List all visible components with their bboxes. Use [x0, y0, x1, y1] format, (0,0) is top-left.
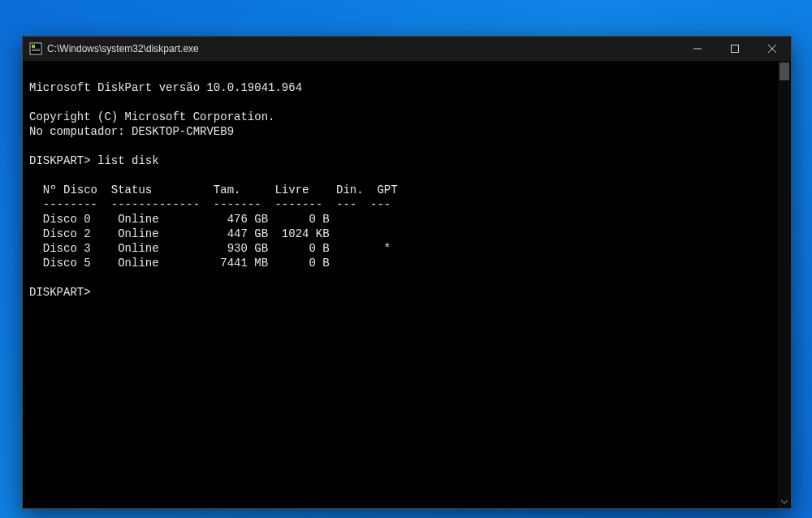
window-titlebar[interactable]: C:\Windows\system32\diskpart.exe	[23, 37, 791, 61]
svg-rect-5	[732, 45, 739, 53]
table-row: Disco 3 Online 930 GB 0 B *	[29, 242, 411, 255]
table-row: Disco 0 Online 476 GB 0 B	[29, 213, 411, 226]
console-prompt: DISKPART>	[29, 286, 91, 299]
svg-rect-4	[693, 49, 702, 50]
svg-rect-1	[32, 45, 35, 48]
scrollbar-thumb[interactable]	[780, 63, 789, 80]
maximize-button[interactable]	[716, 37, 754, 61]
table-header: Nº Disco Status Tam. Livre Din. GPT	[29, 183, 398, 196]
console-line: Copyright (C) Microsoft Corporation.	[29, 110, 274, 123]
table-row: Disco 2 Online 447 GB 1024 KB	[29, 227, 411, 240]
desktop-wallpaper: C:\Windows\system32\diskpart.exe Microso…	[0, 0, 812, 518]
console-client-area[interactable]: Microsoft DiskPart versão 10.0.19041.964…	[23, 61, 791, 508]
table-divider: -------- ------------- ------- ------- -…	[29, 198, 391, 211]
close-button[interactable]	[754, 37, 791, 61]
console-line: DISKPART> list disk	[29, 154, 159, 167]
svg-rect-2	[32, 49, 40, 50]
vertical-scrollbar[interactable]	[778, 61, 791, 508]
minimize-button[interactable]	[679, 37, 716, 61]
svg-rect-3	[32, 50, 40, 51]
console-window: C:\Windows\system32\diskpart.exe Microso…	[22, 36, 792, 509]
console-line: Microsoft DiskPart versão 10.0.19041.964	[29, 81, 302, 94]
console-line: No computador: DESKTOP-CMRVEB9	[29, 125, 234, 138]
app-icon	[29, 42, 42, 55]
window-title: C:\Windows\system32\diskpart.exe	[47, 43, 199, 54]
console-output: Microsoft DiskPart versão 10.0.19041.964…	[29, 66, 784, 300]
window-controls	[679, 37, 791, 61]
table-row: Disco 5 Online 7441 MB 0 B	[29, 257, 411, 270]
scroll-down-arrow-icon[interactable]	[778, 495, 791, 508]
